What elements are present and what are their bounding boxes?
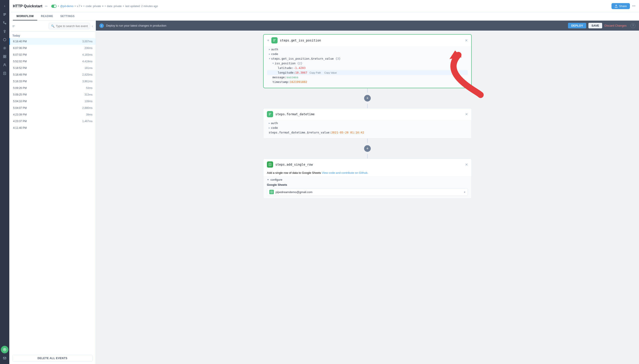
deploy-button[interactable]: DEPLOY	[568, 23, 586, 28]
svg-rect-9	[5, 55, 6, 56]
top-header: HTTP Quickstart ✏ • @pd-demo • v.7 ▾ • c…	[9, 0, 639, 12]
step-name-3: steps.add_single_row	[275, 163, 463, 166]
delete-all-button[interactable]: DELETE ALL EVENTS	[13, 355, 93, 362]
sidebar-icon-book[interactable]	[1, 70, 9, 77]
help-button[interactable]: ?	[630, 23, 635, 28]
svg-rect-2	[3, 15, 5, 16]
meta-sep-3: •	[83, 5, 84, 8]
step-card-add-single-row: steps.add_single_row ✕ Add a single row …	[263, 158, 472, 199]
event-item[interactable]: 5:16:33 PM 3,861ms	[9, 78, 96, 85]
tree-row-longitude[interactable]: longitude: 10.3067 Copy Path · Copy Valu…	[267, 70, 468, 75]
sheets-dropdown-chevron: ▾	[464, 190, 466, 194]
copy-value-button[interactable]: Copy Value	[325, 72, 337, 74]
sidebar-icon-data[interactable]	[1, 36, 9, 44]
code-visibility: code: private	[86, 5, 101, 8]
edit-icon[interactable]: ✏	[45, 4, 48, 8]
step-connector-1	[367, 88, 368, 93]
sidebar-icon-events[interactable]	[1, 11, 9, 18]
svg-rect-10	[3, 57, 5, 58]
meta-sep-2: •	[75, 5, 76, 8]
event-item[interactable]: 5:09:25 PM 313ms	[9, 91, 96, 98]
more-button[interactable]: ···	[632, 4, 635, 8]
event-duration: 313ms	[85, 93, 93, 96]
event-item[interactable]: 5:52:02 PM 4,419ms	[9, 58, 96, 65]
sidebar-icon-expand[interactable]: ›	[1, 2, 9, 10]
meta-sep-1: •	[58, 5, 59, 8]
icon-sidebar: ›	[0, 0, 9, 364]
svg-rect-18	[13, 26, 14, 27]
step-close-button-3[interactable]: ✕	[465, 162, 468, 167]
sheets-account-dropdown[interactable]: pipedreamdemo@gmail.com ▾	[267, 188, 468, 196]
save-button[interactable]: SAVE	[588, 23, 602, 28]
copy-actions: Copy Path · Copy Value	[309, 72, 337, 74]
tree-row-iss-position[interactable]: ▼ iss_position {2}	[267, 61, 468, 66]
expand-plus[interactable]: +	[267, 38, 269, 42]
tab-settings[interactable]: SETTINGS	[57, 12, 78, 20]
step-description: Add a single row of data to Google Sheet…	[263, 170, 471, 176]
tree-row-auth[interactable]: ▶ auth	[267, 47, 468, 52]
app-title: HTTP Quickstart	[13, 4, 42, 8]
share-button[interactable]: Share	[611, 3, 630, 9]
event-item[interactable]: 5:09:26 PM 53ms	[9, 85, 96, 91]
step-icon	[271, 37, 277, 44]
sidebar-icon-users[interactable]	[1, 61, 9, 69]
step-close-button-2[interactable]: ✕	[465, 112, 468, 116]
event-duration: 39ms	[86, 113, 93, 116]
hamburger-icon	[12, 24, 15, 28]
workflow-content: + steps.get_iss_position ✕	[96, 30, 639, 202]
meta-sep-5: •	[123, 5, 124, 8]
sidebar-icon-route[interactable]	[1, 19, 9, 26]
sidebar-icon-pin[interactable]	[1, 28, 9, 35]
add-step-button-2[interactable]: +	[364, 145, 371, 152]
svg-rect-15	[3, 357, 6, 359]
configure-section: ▼ configure Google Sheets pipedr	[263, 176, 471, 198]
event-item[interactable]: 4:23:39 PM 39ms	[9, 111, 96, 118]
svg-rect-13	[4, 72, 6, 75]
add-step-button-1[interactable]: +	[364, 95, 371, 102]
svg-point-3	[3, 22, 4, 22]
tree-row-code[interactable]: ▶ code	[267, 52, 468, 56]
search-input[interactable]	[56, 24, 88, 28]
meta-sep-4: •	[105, 5, 106, 8]
step-header-2: steps.format_datetime ✕	[263, 108, 471, 120]
copy-path-button[interactable]: Copy Path	[309, 72, 321, 74]
event-time: 4:23:39 PM	[13, 113, 27, 116]
event-item[interactable]: 5:18:52 PM 181ms	[9, 65, 96, 72]
sidebar-icon-settings[interactable]	[1, 44, 9, 52]
github-link[interactable]: View code and contribute on Github.	[322, 171, 368, 174]
discard-button[interactable]: Discard Changes	[604, 24, 626, 27]
event-item[interactable]: 6:07:06 PM 206ms	[9, 45, 96, 52]
event-item[interactable]: 4:23:37 PM 1,467ms	[9, 118, 96, 124]
collapse-button[interactable]: ‹	[92, 24, 93, 28]
sheets-label: Google Sheets	[267, 183, 468, 186]
event-duration: 2,880ms	[82, 106, 93, 110]
step-name: steps.get_iss_position	[280, 38, 463, 42]
svg-point-7	[4, 48, 5, 49]
tab-readme[interactable]: README	[37, 12, 57, 20]
user-tag: @pd-demo	[60, 5, 74, 8]
sidebar-icon-upload[interactable]	[1, 346, 9, 353]
tree-row-code-2[interactable]: ▶ code	[267, 126, 468, 130]
event-item[interactable]: 5:18:49 PM 2,825ms	[9, 72, 96, 78]
tree-row-return-value-2[interactable]: steps.format_datetime.$return_value: 202…	[267, 130, 468, 135]
tree-row-latitude[interactable]: latitude: -1.4203	[267, 66, 468, 70]
tree-row-message[interactable]: message: success	[267, 75, 468, 80]
tree-row-return-value[interactable]: ▼ steps.get_iss_position.$return_value {…	[267, 56, 468, 61]
sidebar-icon-email[interactable]	[1, 354, 9, 362]
event-item[interactable]: 4:11:40 PM	[9, 124, 96, 131]
sidebar-icon-grid[interactable]	[1, 53, 9, 60]
tree-row-timestamp[interactable]: timestamp: 1621991802	[267, 80, 468, 84]
event-item[interactable]: 6:07:02 PM 4,183ms	[9, 52, 96, 58]
event-item[interactable]: 6:16:40 PM 3,007ms	[9, 38, 96, 45]
tab-workflow[interactable]: WORKFLOW	[13, 12, 37, 20]
version-badge[interactable]: v.7 ▾	[77, 5, 82, 8]
event-item[interactable]: 5:04:10 PM 109ms	[9, 98, 96, 105]
step-icon-sheets	[267, 162, 273, 168]
event-duration: 3,007ms	[82, 40, 93, 43]
event-item[interactable]: 5:04:07 PM 2,880ms	[9, 105, 96, 111]
tree-row-auth-2[interactable]: ▶ auth	[267, 121, 468, 126]
events-section-title: Today	[13, 34, 20, 37]
step-card-get-iss-position: + steps.get_iss_position ✕	[263, 34, 472, 88]
step-close-button[interactable]: ✕	[465, 38, 468, 42]
configure-header[interactable]: ▼ configure	[267, 178, 468, 181]
